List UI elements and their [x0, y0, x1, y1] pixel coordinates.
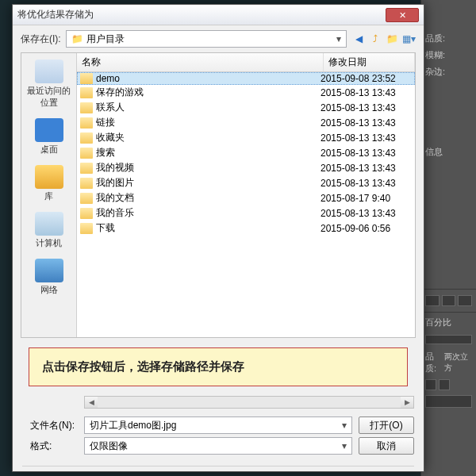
background-panel: 品质: 模糊: 杂边: 信息 百分比 品质:两次立方: [420, 0, 476, 476]
file-name: demo: [96, 73, 321, 84]
network-icon: [35, 259, 63, 282]
file-row[interactable]: 我的文档2015-08-17 9:40: [77, 190, 415, 205]
new-folder-icon[interactable]: 📁: [385, 32, 399, 46]
open-button[interactable]: 打开(O): [359, 416, 414, 434]
file-row[interactable]: 我的音乐2015-08-13 13:43: [77, 205, 415, 221]
file-date: 2015-08-13 13:43: [321, 208, 412, 219]
bg-quality-label: 品质:: [425, 33, 445, 44]
file-date: 2015-08-13 13:43: [321, 178, 412, 189]
column-date[interactable]: 修改日期: [324, 53, 415, 71]
bg-slider[interactable]: [425, 335, 472, 344]
file-date: 2015-08-13 13:43: [321, 163, 412, 174]
bg-icon[interactable]: [442, 295, 456, 306]
places-bar: 最近访问的位置桌面库计算机网络: [21, 53, 77, 337]
file-list: 名称 修改日期 demo2015-09-08 23:52保存的游戏2015-08…: [77, 53, 415, 337]
cancel-button[interactable]: 取消: [359, 437, 414, 455]
file-name: 搜索: [96, 146, 321, 159]
folder-icon: [80, 178, 93, 189]
file-name: 我的音乐: [96, 206, 321, 220]
filename-input[interactable]: 切片工具demo图.jpg: [84, 416, 352, 434]
file-name: 收藏夹: [96, 131, 321, 144]
bg-info-label: 信息: [425, 146, 443, 158]
file-date: 2015-09-06 0:56: [321, 223, 412, 234]
file-name: 保存的游戏: [96, 86, 321, 99]
folder-icon: [80, 117, 93, 129]
file-date: 2015-09-08 23:52: [321, 73, 412, 84]
format-label: 格式:: [22, 440, 78, 453]
folder-icon: [80, 163, 93, 174]
folder-icon: [80, 223, 93, 234]
save-dialog: 将优化结果存储为 ✕ 保存在(I): 📁用户目录 ◀ ⤴ 📁 ▦▾ 最近访问的位…: [12, 4, 424, 472]
file-row[interactable]: 链接2015-08-13 13:43: [77, 115, 415, 130]
file-date: 2015-08-13 13:43: [321, 102, 412, 113]
filename-label: 文件名(N):: [22, 419, 78, 432]
format-combo[interactable]: 仅限图像: [84, 437, 352, 455]
close-button[interactable]: ✕: [386, 8, 419, 22]
save-in-label: 保存在(I):: [21, 33, 61, 46]
format-value: 仅限图像: [90, 440, 128, 453]
desktop-icon: [35, 118, 63, 142]
window-title: 将优化结果存储为: [17, 8, 386, 21]
place-network[interactable]: 网络: [21, 255, 76, 302]
bg-next-icon[interactable]: [439, 379, 450, 390]
file-date: 2015-08-13 13:43: [321, 132, 412, 144]
place-library[interactable]: 库: [21, 162, 76, 209]
computer-icon: [35, 212, 63, 236]
file-row[interactable]: 收藏夹2015-08-13 13:43: [77, 130, 415, 145]
filename-value: 切片工具demo图.jpg: [90, 419, 176, 432]
place-label: 库: [23, 190, 75, 202]
folder-icon: [80, 132, 93, 144]
column-name[interactable]: 名称: [77, 53, 324, 71]
file-name: 下载: [96, 221, 321, 235]
horizontal-scrollbar[interactable]: ◀ ▶: [84, 396, 414, 409]
file-name: 链接: [96, 116, 321, 129]
place-recent[interactable]: 最近访问的位置: [21, 56, 76, 115]
file-row[interactable]: demo2015-09-08 23:52: [77, 72, 415, 85]
place-label: 桌面: [23, 144, 75, 155]
file-row[interactable]: 下载2015-09-06 0:56: [77, 221, 415, 236]
back-icon[interactable]: ◀: [351, 32, 366, 46]
file-row[interactable]: 联系人2015-08-13 13:43: [77, 100, 415, 115]
bg-icon[interactable]: [458, 295, 472, 306]
scroll-left-icon[interactable]: ◀: [85, 397, 98, 408]
place-computer[interactable]: 计算机: [21, 209, 76, 255]
place-label: 最近访问的位置: [23, 85, 75, 109]
location-value: 用户目录: [86, 33, 125, 46]
recent-icon: [35, 60, 63, 83]
folder-icon: [80, 148, 93, 159]
file-row[interactable]: 我的图片2015-08-13 13:43: [77, 175, 415, 190]
library-icon: [35, 165, 63, 189]
file-name: 联系人: [96, 101, 321, 114]
bg-quality2-label: 品质:: [425, 351, 443, 374]
folder-icon: [80, 87, 93, 98]
hint-box: 点击保存按钮后，选择存储路径并保存: [29, 347, 408, 386]
bg-icon[interactable]: [425, 295, 440, 306]
view-icon[interactable]: ▦▾: [401, 32, 416, 46]
bg-blur-label: 模糊:: [425, 49, 445, 61]
file-row[interactable]: 我的视频2015-08-13 13:43: [77, 160, 415, 175]
list-header: 名称 修改日期: [77, 53, 415, 72]
place-desktop[interactable]: 桌面: [21, 115, 76, 162]
place-label: 网络: [23, 284, 75, 296]
file-date: 2015-08-17 9:40: [321, 193, 412, 204]
file-row[interactable]: 保存的游戏2015-08-13 13:43: [77, 85, 415, 100]
bg-bottom-btn[interactable]: [425, 395, 472, 408]
bg-icon-row: [421, 291, 476, 310]
file-row[interactable]: 搜索2015-08-13 13:43: [77, 145, 415, 160]
bg-prev-icon[interactable]: [425, 379, 436, 390]
folder-icon: [80, 102, 93, 113]
file-name: 我的视频: [96, 161, 321, 175]
bg-percent-label: 百分比: [425, 317, 451, 328]
folder-icon: [80, 193, 93, 204]
bg-quality2-value: 两次立方: [444, 351, 472, 374]
file-date: 2015-08-13 13:43: [321, 148, 412, 159]
place-label: 计算机: [23, 237, 75, 249]
toolbar: 保存在(I): 📁用户目录 ◀ ⤴ 📁 ▦▾: [13, 25, 424, 52]
folder-icon: [80, 73, 93, 84]
scroll-right-icon[interactable]: ▶: [401, 397, 413, 408]
location-combo[interactable]: 📁用户目录: [66, 30, 347, 48]
file-name: 我的文档: [96, 191, 321, 205]
up-icon[interactable]: ⤴: [368, 32, 382, 46]
titlebar: 将优化结果存储为 ✕: [13, 5, 424, 25]
folder-icon: [80, 208, 93, 219]
